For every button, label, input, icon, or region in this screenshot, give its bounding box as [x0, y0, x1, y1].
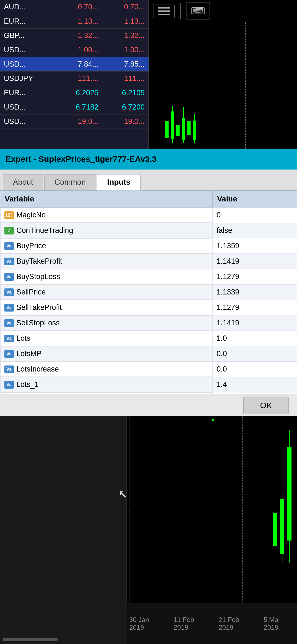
- market-bid: 6.2025: [56, 86, 102, 100]
- chart-date-label: 21 Feb 2019: [219, 616, 253, 631]
- bottom-dashed-vline-3: [242, 416, 243, 603]
- market-ask: 6.7200: [102, 100, 148, 114]
- market-row[interactable]: EUR... 1.13... 1.13...: [0, 14, 148, 29]
- market-symbol: GBP...: [0, 29, 56, 43]
- dialog-footer: OK: [0, 394, 297, 416]
- market-ask: 1.32...: [102, 29, 148, 43]
- var-value-cell[interactable]: 1.1279: [213, 269, 297, 285]
- table-row[interactable]: Va SellStopLoss 1.1419: [0, 315, 297, 331]
- var-value-cell[interactable]: 1.1279: [213, 300, 297, 315]
- var-value-cell[interactable]: 0.0: [213, 362, 297, 377]
- var-name-text: BuyStopLoss: [16, 272, 60, 281]
- chart-date-label: 5 Mar 2019: [264, 616, 294, 631]
- bottom-dashed-vline-1: [130, 416, 130, 603]
- var-type-icon: Va: [4, 319, 14, 327]
- table-row[interactable]: Va SellPrice 1.1339: [0, 285, 297, 300]
- market-row[interactable]: GBP... 1.32... 1.32...: [0, 29, 148, 43]
- dashed-vline-2: [245, 22, 246, 149]
- chart-date-label: 30 Jan 2019: [129, 616, 163, 631]
- keyboard-button[interactable]: ⌨: [186, 2, 210, 20]
- tab-inputs[interactable]: Inputs: [97, 174, 141, 190]
- var-value-cell[interactable]: 1.1419: [213, 315, 297, 331]
- bottom-dashed-vline-2: [182, 416, 182, 603]
- market-row[interactable]: USD... 7.84... 7.85...: [0, 57, 148, 72]
- var-name-cell: Va Lots: [0, 331, 213, 346]
- var-value-cell[interactable]: 1.1359: [213, 238, 297, 254]
- var-type-icon: 123: [4, 211, 14, 219]
- market-row[interactable]: USD... 6.7182 6.7200: [0, 100, 148, 114]
- chart-top: ⌨: [148, 0, 297, 149]
- table-row[interactable]: Va BuyStopLoss 1.1279: [0, 269, 297, 285]
- var-name-cell: Va SellPrice: [0, 285, 213, 300]
- tab-about[interactable]: About: [3, 174, 43, 190]
- market-row[interactable]: USD... 1.00... 1.00...: [0, 43, 148, 57]
- candlestick-chart-top: [149, 22, 297, 149]
- market-row[interactable]: AUD... 0.70... 0.70...: [0, 0, 148, 14]
- var-type-icon: Va: [4, 258, 14, 265]
- var-name-text: MagicNo: [16, 211, 46, 219]
- var-value-cell[interactable]: 1.1419: [213, 254, 297, 269]
- var-type-icon: Va: [4, 335, 14, 342]
- var-name-cell: Va SellTakeProfit: [0, 300, 213, 315]
- table-row[interactable]: Va Lots 1.0: [0, 331, 297, 346]
- market-ask: 6.2105: [102, 86, 148, 100]
- market-bid: 111....: [56, 72, 102, 86]
- var-type-icon: Va: [4, 273, 14, 281]
- table-row[interactable]: Va LotsIncrease 0.0: [0, 362, 297, 377]
- var-name-text: SellTakeProfit: [16, 303, 62, 312]
- var-value-cell[interactable]: 1.4: [213, 377, 297, 392]
- var-name-text: BuyTakeProfit: [16, 257, 62, 266]
- var-value-cell[interactable]: 1.0: [213, 331, 297, 346]
- var-name-text: ConTinueTrading: [16, 226, 73, 235]
- variable-table-body: 123 MagicNo 0 ✓ ConTinueTrading false Va…: [0, 208, 297, 394]
- market-bid: 1.32...: [56, 29, 102, 43]
- market-ask: 111....: [102, 72, 148, 86]
- chart-indicator-dot: [212, 419, 214, 421]
- var-value-cell[interactable]: 0: [213, 208, 297, 223]
- var-value-cell[interactable]: false: [213, 223, 297, 238]
- var-type-icon: Va: [4, 381, 14, 389]
- col-variable: Variable: [0, 191, 213, 208]
- var-value-cell[interactable]: 0.0: [213, 346, 297, 362]
- table-row[interactable]: Va BuyTakeProfit 1.1419: [0, 254, 297, 269]
- tab-common[interactable]: Common: [44, 174, 96, 190]
- chart-date-label: 11 Feb 2019: [174, 616, 208, 631]
- var-name-text: Lots: [16, 334, 31, 343]
- var-type-icon: ✓: [4, 227, 14, 234]
- var-name-cell: Va BuyTakeProfit: [0, 254, 213, 269]
- market-row[interactable]: EUR... 6.2025 6.2105: [0, 86, 148, 100]
- table-row[interactable]: Va Lots_1 1.4: [0, 377, 297, 392]
- var-name-text: SellPrice: [16, 288, 46, 296]
- dashed-vline-1: [160, 22, 160, 149]
- var-name-text: Lots_1: [16, 380, 39, 389]
- var-type-icon: Va: [4, 304, 14, 312]
- market-ask: 1.00...: [102, 43, 148, 57]
- tabs-container: AboutCommonInputs: [3, 174, 142, 190]
- top-toolbar: ⌨: [149, 0, 297, 22]
- market-row[interactable]: USDJPY 111.... 111....: [0, 72, 148, 86]
- market-panel: AUD... 0.70... 0.70... EUR... 1.13... 1.…: [0, 0, 148, 149]
- var-value-cell[interactable]: 1.1339: [213, 285, 297, 300]
- var-name-text: BuyPrice: [16, 242, 46, 250]
- menu-button[interactable]: [153, 4, 175, 18]
- table-row[interactable]: 123 MagicNo 0: [0, 208, 297, 223]
- table-row[interactable]: Va SellTakeProfit 1.1279: [0, 300, 297, 315]
- var-name-cell: 123 MagicNo: [0, 208, 213, 223]
- market-bid: 19.0...: [56, 114, 102, 129]
- table-row[interactable]: Va LotsMP 0.0: [0, 346, 297, 362]
- var-name-cell: Va Lots_1: [0, 377, 213, 392]
- var-name-cell: Va BuyPrice: [0, 238, 213, 253]
- market-symbol: USD...: [0, 43, 56, 57]
- table-row[interactable]: Va BuyPrice 1.1359: [0, 238, 297, 254]
- hamburger-icon: [158, 7, 170, 15]
- ok-button[interactable]: OK: [243, 397, 289, 414]
- market-symbol: USD...: [0, 57, 56, 72]
- market-ask: 7.85...: [102, 57, 148, 72]
- cursor-icon: ↖: [118, 488, 128, 500]
- market-row[interactable]: USD... 19.0... 19.0...: [0, 114, 148, 129]
- table-row[interactable]: ✓ ConTinueTrading false: [0, 223, 297, 238]
- market-symbol: USDJPY: [0, 72, 56, 86]
- scrollbar-track[interactable]: [3, 638, 58, 641]
- var-name-text: SellStopLoss: [16, 319, 60, 327]
- chart-bottom: ↖ 30 Jan 201911 Feb 201921 Feb 20195 Mar…: [0, 416, 297, 644]
